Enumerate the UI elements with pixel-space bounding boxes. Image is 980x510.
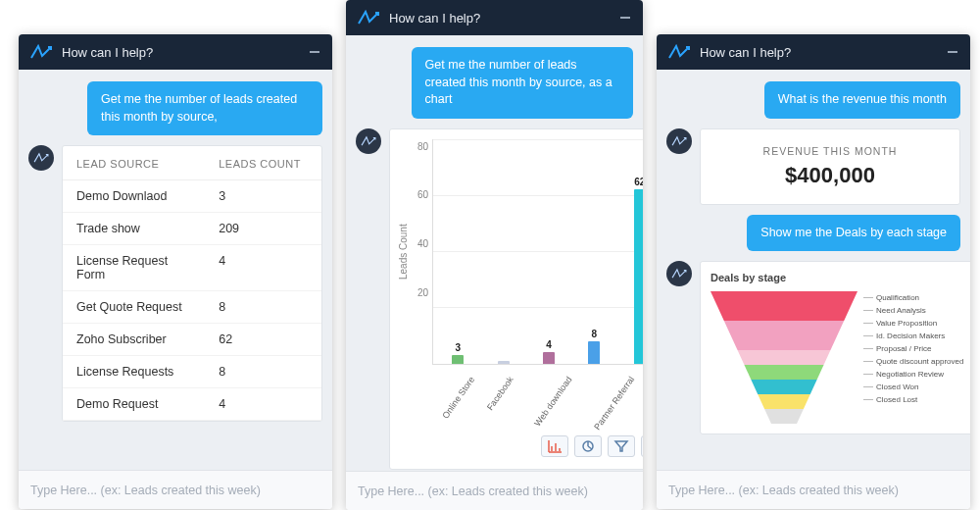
y-axis-ticks: 80 60 40 20: [411, 139, 432, 365]
bar-value-label: 4: [546, 339, 552, 350]
funnel-slice: [710, 291, 858, 306]
bar: [634, 189, 643, 363]
user-message: Get me the number of leads created this …: [87, 81, 322, 135]
cell-source: Zoho Subscriber: [63, 324, 205, 356]
chat-input[interactable]: [358, 484, 631, 498]
minimize-button[interactable]: [945, 44, 960, 60]
bar-value-label: 8: [592, 329, 598, 339]
input-area: [346, 471, 643, 510]
table-row: Demo Request4: [63, 388, 321, 421]
legend-item: Negotiation Review: [863, 370, 963, 379]
x-axis-ticks: Online StoreFacebookWeb downloadPartner …: [423, 369, 643, 424]
legend-label: Closed Lost: [876, 395, 917, 404]
input-area: [657, 470, 970, 509]
titlebar: How can I help?: [657, 34, 970, 70]
funnel-card: Deals by stage QualificationNeed Analysi…: [700, 261, 970, 434]
bar-column: 3: [435, 139, 480, 364]
bar-column: 8: [571, 139, 616, 364]
legend-item: Need Analysis: [863, 306, 963, 315]
table-row: Get Quote Request8: [63, 291, 321, 324]
cell-source: Demo Request: [63, 388, 205, 421]
zia-logo-icon: [28, 42, 54, 62]
funnel-slice: [731, 335, 838, 350]
funnel-slice: [744, 365, 823, 380]
zia-avatar-icon: [28, 145, 54, 171]
bar-column: [480, 139, 525, 364]
bot-response-row: Deals by stage QualificationNeed Analysi…: [666, 261, 960, 434]
y-axis-label: Leads Count: [396, 139, 411, 365]
legend-item: Closed Lost: [863, 395, 963, 404]
legend-label: Id. Decision Makers: [876, 332, 945, 340]
revenue-card: REVENUE THIS MONTH $400,000: [700, 128, 960, 205]
chat-input[interactable]: [30, 484, 320, 497]
cell-source: Trade show: [63, 213, 205, 245]
titlebar: How can I help?: [346, 0, 643, 35]
leads-table-card: LEAD SOURCE LEADS COUNT Demo Downlaod3Tr…: [62, 145, 322, 422]
legend-item: Value Proposition: [863, 319, 963, 328]
legend-label: Proposal / Price: [876, 344, 931, 353]
user-message: Get me the number of leads created this …: [412, 47, 633, 119]
bar: [543, 352, 555, 363]
col-header-source: LEAD SOURCE: [63, 146, 205, 180]
legend-item: Proposal / Price: [863, 344, 963, 353]
bar-value-label: 3: [455, 342, 461, 353]
legend-label: Closed Won: [876, 382, 918, 391]
zia-avatar-icon: [666, 128, 692, 154]
chat-body: What is the revenue this month REVENUE T…: [657, 70, 970, 470]
legend-item: Closed Won: [863, 382, 963, 391]
zia-logo-icon: [666, 42, 692, 62]
cell-source: License Requests: [63, 356, 205, 388]
revenue-label: REVENUE THIS MONTH: [710, 145, 950, 157]
funnel-slice: [764, 409, 804, 424]
cell-source: Get Quote Request: [63, 291, 205, 324]
chat-panel-chart: How can I help? Get me the number of lea…: [346, 0, 643, 510]
legend-item: Qualification: [863, 293, 963, 302]
cell-count: 4: [205, 245, 321, 291]
zia-avatar-icon: [666, 261, 692, 286]
user-message: What is the revenue this month: [764, 81, 960, 119]
chat-panel-revenue: How can I help? What is the revenue this…: [657, 34, 970, 509]
table-row: License Request Form4: [63, 245, 321, 291]
header-title: How can I help?: [700, 45, 791, 60]
cell-count: 8: [205, 291, 321, 324]
chart-plot-area: 348628496: [432, 139, 643, 365]
bot-response-row: REVENUE THIS MONTH $400,000: [666, 128, 960, 205]
funnel-legend: QualificationNeed AnalysisValue Proposit…: [863, 291, 963, 404]
bar-value-label: 62: [634, 177, 643, 187]
bar: [588, 341, 600, 364]
cell-count: 209: [205, 213, 321, 245]
minimize-button[interactable]: [617, 10, 633, 26]
cell-count: 3: [205, 180, 321, 213]
zia-avatar-icon: [356, 128, 381, 154]
funnel-slice: [724, 321, 844, 335]
header-title: How can I help?: [62, 45, 153, 60]
legend-item: Quote discount approved: [863, 357, 963, 366]
chat-body: Get me the number of leads created this …: [19, 70, 332, 470]
table-row: Demo Downlaod3: [63, 180, 321, 213]
bar-column: 62: [617, 139, 644, 364]
minimize-button[interactable]: [307, 44, 322, 60]
col-header-count: LEADS COUNT: [205, 146, 321, 180]
cell-count: 4: [205, 388, 321, 421]
header-title: How can I help?: [389, 11, 480, 26]
funnel-chart: [710, 291, 858, 424]
input-area: [19, 470, 332, 509]
bot-response-row: LEAD SOURCE LEADS COUNT Demo Downlaod3Tr…: [28, 145, 322, 422]
chat-body: Get me the number of leads created this …: [346, 35, 643, 471]
bar: [452, 355, 464, 364]
bar: [498, 361, 510, 363]
revenue-value: $400,000: [710, 163, 950, 188]
cell-count: 8: [205, 356, 321, 388]
legend-label: Quote discount approved: [876, 357, 963, 366]
chat-input[interactable]: [668, 484, 958, 497]
user-message: Show me the Deals by each stage: [747, 215, 960, 252]
legend-label: Negotiation Review: [876, 370, 944, 379]
titlebar: How can I help?: [19, 34, 332, 70]
bar-chart: Leads Count 80 60 40 20 348628496: [396, 139, 643, 365]
funnel-title: Deals by stage: [710, 272, 963, 283]
funnel-slice: [758, 394, 810, 409]
legend-label: Value Proposition: [876, 319, 937, 328]
table-row: License Requests8: [63, 356, 321, 388]
cell-source: License Request Form: [63, 245, 205, 291]
chat-panel-table: How can I help? Get me the number of lea…: [19, 34, 332, 509]
